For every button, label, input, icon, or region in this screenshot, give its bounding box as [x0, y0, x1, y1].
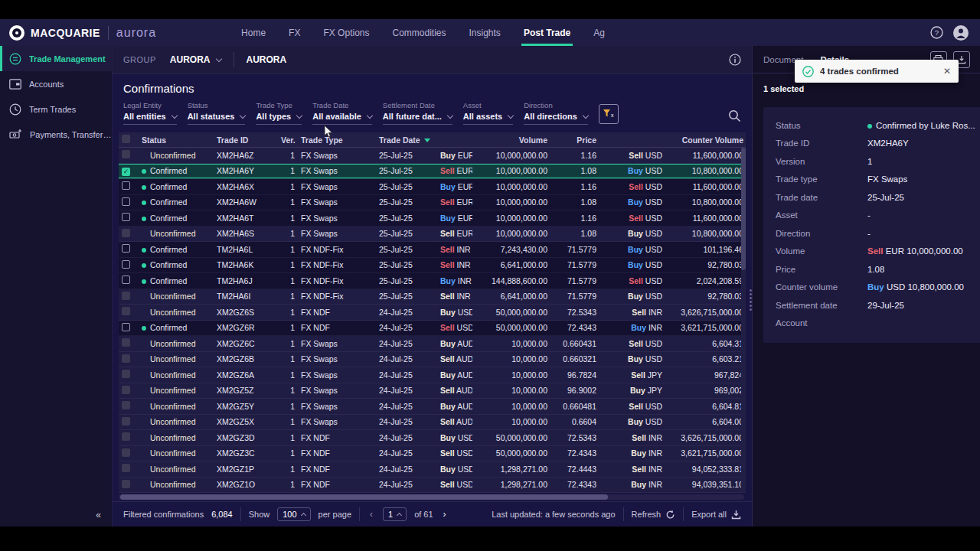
nav-item-fx-options[interactable]: FX Options: [312, 19, 381, 46]
row-checkbox[interactable]: [122, 432, 130, 441]
counter-direction-cell: Buy USD: [599, 166, 665, 175]
sidebar-collapse-button[interactable]: «: [96, 510, 101, 520]
column-header-label: Trade Date: [379, 135, 420, 145]
row-checkbox[interactable]: [122, 464, 130, 472]
row-checkbox[interactable]: [122, 338, 130, 347]
vertical-scrollbar[interactable]: [741, 148, 746, 493]
row-checkbox[interactable]: [122, 354, 130, 363]
table-row[interactable]: UnconfirmedXM2GZ5Z1FX Swaps24-Jul-25Sell…: [119, 383, 746, 399]
filter-label: Trade Type: [256, 101, 302, 109]
row-checkbox-cell: ✓: [119, 166, 139, 176]
row-checkbox[interactable]: [122, 417, 130, 425]
nav-item-fx[interactable]: FX: [277, 19, 312, 46]
row-checkbox-cell: [119, 260, 139, 270]
horizontal-scrollbar[interactable]: [119, 494, 744, 500]
table-row[interactable]: UnconfirmedXM2GZ1P1FX NDF24-Jul-25Buy US…: [119, 461, 746, 478]
row-checkbox[interactable]: [122, 229, 130, 237]
product-name: aurora: [116, 26, 156, 40]
status-dot: [142, 217, 146, 221]
filter-settlement-date[interactable]: Settlement DateAll future dat...: [383, 101, 452, 125]
next-page-button[interactable]: ›: [441, 509, 449, 520]
table-row[interactable]: ConfirmedTM2HA6J1FX NDF-Fix25-Jul-25Buy …: [119, 273, 746, 289]
table-row[interactable]: UnconfirmedXM2GZ6B1FX Swaps24-Jul-25Sell…: [119, 352, 746, 368]
group-dropdown[interactable]: AURORA: [170, 54, 221, 65]
row-checkbox[interactable]: [122, 448, 130, 457]
nav-item-insights[interactable]: Insights: [458, 19, 512, 46]
table-row[interactable]: UnconfirmedXM2GZ6C1FX Swaps24-Jul-25Buy …: [119, 336, 746, 352]
page-number-select[interactable]: 1: [383, 507, 407, 521]
table-row[interactable]: UnconfirmedXM2GZ3C1FX NDF24-Jul-25Sell U…: [119, 446, 746, 462]
table-row[interactable]: UnconfirmedXM2GZ6A1FX Swaps24-Jul-25Buy …: [119, 367, 746, 383]
sidebar-item-payments-transfers[interactable]: Payments, Transfers & ...: [0, 122, 112, 147]
nav-item-ag[interactable]: Ag: [582, 19, 616, 46]
row-checkbox[interactable]: [122, 386, 130, 394]
trade-date-cell: 25-Jul-25: [376, 276, 437, 285]
toast-close-icon[interactable]: ✕: [943, 66, 951, 77]
chevron-down-icon: [367, 112, 373, 118]
status-text: Unconfirmed: [150, 354, 196, 364]
table-row[interactable]: UnconfirmedXM2GZ6S1FX NDF24-Jul-25Buy US…: [119, 305, 746, 321]
nav-item-post-trade[interactable]: Post Trade: [512, 19, 582, 46]
trade-date-cell: 24-Jul-25: [376, 370, 437, 380]
volume-cell: 10,000,000.00: [472, 229, 550, 238]
table-row[interactable]: UnconfirmedXM2GZ5Y1FX Swaps24-Jul-25Buy …: [119, 399, 746, 415]
sidebar-item-label: Term Trades: [29, 105, 112, 114]
nav-item-commodities[interactable]: Commodities: [381, 19, 457, 46]
filter-asset[interactable]: AssetAll assets: [463, 101, 513, 125]
table-row[interactable]: ConfirmedXM2HA6W1FX Swaps25-Jul-25Sell E…: [119, 195, 746, 211]
info-icon[interactable]: [729, 54, 741, 66]
row-checkbox[interactable]: [122, 213, 130, 221]
previous-page-button[interactable]: ‹: [368, 509, 375, 520]
table-row[interactable]: UnconfirmedXM2GZ3D1FX NDF24-Jul-25Buy US…: [119, 430, 746, 446]
table-row[interactable]: ✓ConfirmedXM2HA6Y1FX Swaps25-Jul-25Sell …: [119, 164, 746, 180]
trade-id-cell: XM2GZ6S: [214, 308, 278, 317]
table-row[interactable]: UnconfirmedXM2HA6S1FX Swaps25-Jul-25Sell…: [119, 227, 746, 243]
table-row[interactable]: UnconfirmedXM2GZ1O1FX NDF24-Jul-25Sell U…: [119, 478, 746, 494]
filter-status[interactable]: StatusAll statuses: [188, 101, 246, 125]
row-checkbox[interactable]: [122, 401, 130, 409]
table-row[interactable]: ConfirmedXM2GZ6R1FX NDF24-Jul-25Sell USD…: [119, 321, 746, 337]
export-all-button[interactable]: Export all: [691, 510, 741, 520]
table-row[interactable]: UnconfirmedXM2GZ5X1FX Swaps24-Jul-25Sell…: [119, 415, 746, 431]
help-icon[interactable]: ?: [930, 26, 943, 39]
user-avatar[interactable]: [952, 24, 969, 41]
select-all-checkbox[interactable]: [122, 135, 130, 143]
row-checkbox[interactable]: [122, 181, 130, 190]
version-cell: 1: [278, 166, 298, 175]
page-size-select[interactable]: 100: [277, 507, 310, 521]
sidebar-item-term-trades[interactable]: Term Trades: [0, 96, 112, 122]
filter-trade-date[interactable]: Trade DateAll available: [312, 101, 372, 125]
table-row[interactable]: ConfirmedXM2HA6X1FX Swaps25-Jul-25Buy EU…: [119, 179, 746, 195]
search-icon[interactable]: [728, 109, 741, 122]
sidebar-item-trade-management[interactable]: Trade Management: [0, 46, 112, 71]
panel-resize-handle[interactable]: [750, 289, 752, 311]
table-row[interactable]: ConfirmedTM2HA6K1FX NDF-Fix25-Jul-25Sell…: [119, 258, 746, 274]
table-row[interactable]: ConfirmedTM2HA6L1FX NDF-Fix25-Jul-25Sell…: [119, 242, 746, 258]
clear-filters-button[interactable]: x: [599, 104, 619, 124]
table-row[interactable]: ConfirmedXM2HA6T1FX Swaps25-Jul-25Buy EU…: [119, 210, 746, 227]
table-row[interactable]: UnconfirmedXM2HA6Z1FX Swaps25-Jul-25Buy …: [119, 148, 746, 164]
row-checkbox[interactable]: [122, 197, 130, 206]
row-checkbox[interactable]: [122, 292, 130, 300]
row-checkbox[interactable]: [122, 244, 130, 253]
detail-value: Sell EUR 10,000,000.00: [867, 246, 963, 256]
row-checkbox[interactable]: [122, 323, 130, 331]
row-checkbox[interactable]: [122, 370, 130, 378]
sidebar-item-accounts[interactable]: Accounts: [0, 71, 112, 96]
row-checkbox[interactable]: [122, 307, 130, 315]
table-row[interactable]: UnconfirmedTM2HA6I1FX NDF-Fix25-Jul-25Se…: [119, 289, 746, 305]
row-checkbox[interactable]: [122, 276, 130, 284]
row-checkbox[interactable]: [122, 480, 130, 488]
select-all-cell[interactable]: [119, 135, 139, 145]
refresh-button[interactable]: Refresh: [632, 510, 676, 520]
direction-cell: Buy EUR: [437, 214, 472, 223]
filter-direction[interactable]: DirectionAll directions: [524, 101, 588, 125]
row-checkbox[interactable]: ✓: [122, 168, 130, 176]
row-checkbox[interactable]: [122, 260, 130, 269]
direction-cell: Sell INR: [437, 245, 472, 254]
trade-date-cell: 24-Jul-25: [376, 402, 437, 411]
nav-item-home[interactable]: Home: [230, 19, 277, 46]
filter-legal-entity[interactable]: Legal EntityAll entities: [123, 101, 177, 125]
row-checkbox[interactable]: [122, 150, 130, 158]
filter-trade-type[interactable]: Trade TypeAll types: [256, 101, 302, 125]
